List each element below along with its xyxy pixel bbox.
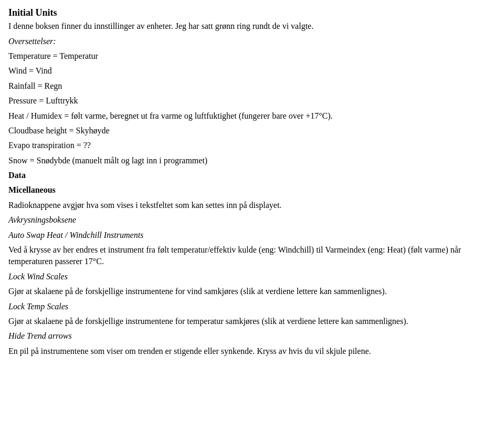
auto-swap-heading: Auto Swap Heat / Windchill Instruments bbox=[8, 229, 496, 241]
translation-temperature: Temperature = Temperatur bbox=[8, 50, 496, 62]
lock-temp-section: Lock Temp Scales Gjør at skalaene på de … bbox=[8, 301, 496, 328]
translations-heading: Oversettelser: bbox=[8, 36, 496, 47]
auto-swap-text: Ved å krysse av her endres et instrument… bbox=[8, 244, 496, 268]
translation-pressure: Pressure = Lufttrykk bbox=[8, 95, 496, 107]
misc-line: Radioknappene avgjør hva som vises i tek… bbox=[8, 200, 496, 211]
lock-temp-heading: Lock Temp Scales bbox=[8, 301, 496, 312]
translation-evapo: Evapo transpiration = ?? bbox=[8, 140, 496, 151]
translation-wind: Wind = Vind bbox=[8, 65, 496, 77]
miscellaneous-section: Micellaneous Radioknappene avgjør hva so… bbox=[8, 184, 496, 211]
checkboxes-heading: Avkrysningsboksene bbox=[8, 214, 496, 226]
lock-wind-section: Lock Wind Scales Gjør at skalaene på de … bbox=[8, 271, 496, 298]
translation-snow: Snow = Snødybde (manuelt målt og lagt in… bbox=[8, 155, 496, 166]
data-section: Data bbox=[8, 170, 496, 181]
intro-line1: I denne boksen finner du innstillinger a… bbox=[8, 20, 496, 32]
lock-wind-heading: Lock Wind Scales bbox=[8, 271, 496, 283]
translations-section: Oversettelser: Temperature = Temperatur … bbox=[8, 36, 496, 167]
auto-swap-section: Auto Swap Heat / Windchill Instruments V… bbox=[8, 229, 496, 268]
miscellaneous-heading: Micellaneous bbox=[8, 184, 496, 196]
intro-section: I denne boksen finner du innstillinger a… bbox=[8, 20, 496, 32]
checkboxes-section: Avkrysningsboksene bbox=[8, 214, 496, 226]
page-title: Initial Units bbox=[8, 6, 496, 19]
translation-rainfall: Rainfall = Regn bbox=[8, 80, 496, 92]
translation-cloudbase: Cloudbase height = Skyhøyde bbox=[8, 125, 496, 137]
hide-trend-section: Hide Trend arrows En pil på instrumenten… bbox=[8, 330, 496, 357]
hide-trend-text: En pil på instrumentene som viser om tre… bbox=[8, 346, 496, 357]
lock-wind-text: Gjør at skalaene på de forskjellige inst… bbox=[8, 286, 496, 297]
hide-trend-heading: Hide Trend arrows bbox=[8, 330, 496, 342]
translation-heat: Heat / Humidex = følt varme, beregnet ut… bbox=[8, 110, 496, 122]
lock-temp-text: Gjør at skalaene på de forskjellige inst… bbox=[8, 316, 496, 327]
data-heading: Data bbox=[8, 170, 496, 181]
